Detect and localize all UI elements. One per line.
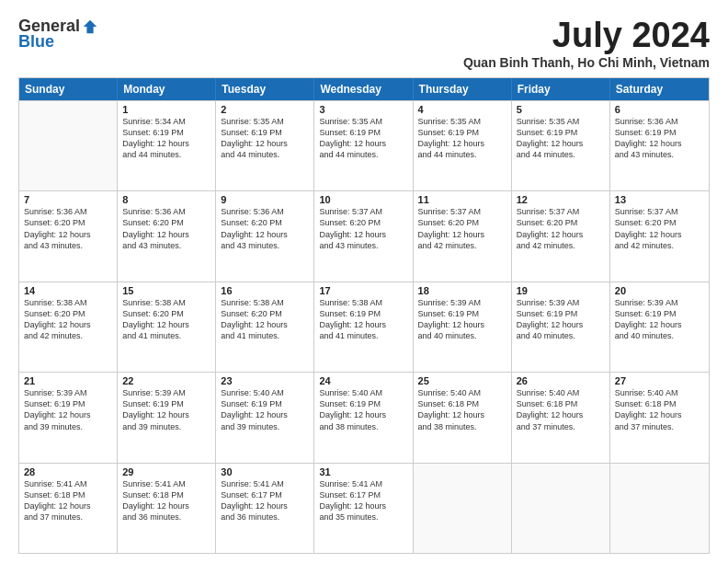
logo-icon [82, 18, 98, 35]
calendar-cell [512, 464, 610, 553]
header-day-tuesday: Tuesday [216, 78, 314, 100]
calendar-cell: 24Sunrise: 5:40 AMSunset: 6:19 PMDayligh… [314, 373, 413, 462]
day-number: 22 [122, 375, 210, 386]
sun-info: Sunrise: 5:41 AMSunset: 6:17 PMDaylight:… [319, 478, 407, 523]
calendar-body: 1Sunrise: 5:34 AMSunset: 6:19 PMDaylight… [19, 100, 709, 553]
sun-info: Sunrise: 5:37 AMSunset: 6:20 PMDaylight:… [319, 206, 407, 251]
calendar-cell: 8Sunrise: 5:36 AMSunset: 6:20 PMDaylight… [118, 191, 216, 281]
sun-info: Sunrise: 5:39 AMSunset: 6:19 PMDaylight:… [122, 387, 210, 432]
calendar-week-4: 21Sunrise: 5:39 AMSunset: 6:19 PMDayligh… [19, 372, 709, 462]
header-day-thursday: Thursday [414, 78, 512, 100]
calendar-cell: 29Sunrise: 5:41 AMSunset: 6:18 PMDayligh… [118, 464, 216, 553]
sun-info: Sunrise: 5:35 AMSunset: 6:19 PMDaylight:… [221, 116, 309, 161]
calendar-header: SundayMondayTuesdayWednesdayThursdayFrid… [19, 78, 709, 100]
calendar-cell: 11Sunrise: 5:37 AMSunset: 6:20 PMDayligh… [414, 191, 512, 281]
sun-info: Sunrise: 5:37 AMSunset: 6:20 PMDaylight:… [517, 206, 605, 251]
calendar-week-3: 14Sunrise: 5:38 AMSunset: 6:20 PMDayligh… [19, 282, 709, 372]
day-number: 7 [24, 194, 112, 205]
calendar-cell: 15Sunrise: 5:38 AMSunset: 6:20 PMDayligh… [118, 282, 216, 372]
calendar-cell: 1Sunrise: 5:34 AMSunset: 6:19 PMDaylight… [118, 101, 216, 190]
day-number: 21 [24, 375, 112, 386]
day-number: 4 [418, 104, 506, 115]
day-number: 20 [615, 285, 704, 296]
day-number: 8 [122, 194, 210, 205]
calendar-cell: 31Sunrise: 5:41 AMSunset: 6:17 PMDayligh… [314, 464, 413, 553]
day-number: 2 [221, 104, 309, 115]
calendar-cell: 22Sunrise: 5:39 AMSunset: 6:19 PMDayligh… [118, 373, 216, 462]
calendar-cell: 16Sunrise: 5:38 AMSunset: 6:20 PMDayligh… [216, 282, 314, 372]
sun-info: Sunrise: 5:34 AMSunset: 6:19 PMDaylight:… [122, 116, 210, 161]
calendar-cell: 20Sunrise: 5:39 AMSunset: 6:19 PMDayligh… [610, 282, 709, 372]
svg-marker-0 [84, 19, 97, 32]
calendar-cell: 25Sunrise: 5:40 AMSunset: 6:18 PMDayligh… [414, 373, 512, 462]
day-number: 18 [418, 285, 506, 296]
sun-info: Sunrise: 5:37 AMSunset: 6:20 PMDaylight:… [418, 206, 506, 251]
sun-info: Sunrise: 5:35 AMSunset: 6:19 PMDaylight:… [418, 116, 506, 161]
calendar-cell: 21Sunrise: 5:39 AMSunset: 6:19 PMDayligh… [19, 373, 118, 462]
calendar-week-1: 1Sunrise: 5:34 AMSunset: 6:19 PMDaylight… [19, 100, 709, 190]
day-number: 17 [319, 285, 407, 296]
calendar-cell: 10Sunrise: 5:37 AMSunset: 6:20 PMDayligh… [314, 191, 413, 281]
day-number: 12 [517, 194, 605, 205]
day-number: 15 [122, 285, 210, 296]
calendar-cell: 12Sunrise: 5:37 AMSunset: 6:20 PMDayligh… [512, 191, 610, 281]
day-number: 14 [24, 285, 112, 296]
calendar-cell: 9Sunrise: 5:36 AMSunset: 6:20 PMDaylight… [216, 191, 314, 281]
location: Quan Binh Thanh, Ho Chi Minh, Vietnam [463, 55, 710, 70]
day-number: 5 [517, 104, 605, 115]
day-number: 13 [615, 194, 704, 205]
sun-info: Sunrise: 5:36 AMSunset: 6:20 PMDaylight:… [122, 206, 210, 251]
sun-info: Sunrise: 5:38 AMSunset: 6:20 PMDaylight:… [24, 297, 112, 342]
sun-info: Sunrise: 5:41 AMSunset: 6:17 PMDaylight:… [221, 478, 309, 523]
sun-info: Sunrise: 5:38 AMSunset: 6:20 PMDaylight:… [122, 297, 210, 342]
sun-info: Sunrise: 5:36 AMSunset: 6:20 PMDaylight:… [24, 206, 112, 251]
sun-info: Sunrise: 5:38 AMSunset: 6:20 PMDaylight:… [221, 297, 309, 342]
calendar-cell: 19Sunrise: 5:39 AMSunset: 6:19 PMDayligh… [512, 282, 610, 372]
sun-info: Sunrise: 5:40 AMSunset: 6:18 PMDaylight:… [418, 387, 506, 432]
day-number: 23 [221, 375, 309, 386]
header-day-wednesday: Wednesday [314, 78, 413, 100]
calendar-cell: 28Sunrise: 5:41 AMSunset: 6:18 PMDayligh… [19, 464, 118, 553]
calendar-cell: 4Sunrise: 5:35 AMSunset: 6:19 PMDaylight… [414, 101, 512, 190]
calendar-cell: 26Sunrise: 5:40 AMSunset: 6:18 PMDayligh… [512, 373, 610, 462]
calendar-cell: 18Sunrise: 5:39 AMSunset: 6:19 PMDayligh… [414, 282, 512, 372]
day-number: 9 [221, 194, 309, 205]
header: General Blue July 2024 Quan Binh Thanh, … [18, 17, 710, 70]
calendar-cell: 17Sunrise: 5:38 AMSunset: 6:19 PMDayligh… [314, 282, 413, 372]
day-number: 1 [122, 104, 210, 115]
day-number: 26 [517, 375, 605, 386]
calendar-cell [414, 464, 512, 553]
month-title: July 2024 [463, 17, 710, 55]
header-day-monday: Monday [118, 78, 216, 100]
calendar-cell: 3Sunrise: 5:35 AMSunset: 6:19 PMDaylight… [314, 101, 413, 190]
header-day-sunday: Sunday [19, 78, 118, 100]
calendar-cell: 27Sunrise: 5:40 AMSunset: 6:18 PMDayligh… [610, 373, 709, 462]
sun-info: Sunrise: 5:39 AMSunset: 6:19 PMDaylight:… [517, 297, 605, 342]
sun-info: Sunrise: 5:36 AMSunset: 6:19 PMDaylight:… [615, 116, 704, 161]
day-number: 19 [517, 285, 605, 296]
logo: General Blue [18, 17, 98, 52]
day-number: 25 [418, 375, 506, 386]
sun-info: Sunrise: 5:36 AMSunset: 6:20 PMDaylight:… [221, 206, 309, 251]
day-number: 11 [418, 194, 506, 205]
sun-info: Sunrise: 5:39 AMSunset: 6:19 PMDaylight:… [615, 297, 704, 342]
calendar-cell: 23Sunrise: 5:40 AMSunset: 6:19 PMDayligh… [216, 373, 314, 462]
sun-info: Sunrise: 5:35 AMSunset: 6:19 PMDaylight:… [319, 116, 407, 161]
sun-info: Sunrise: 5:41 AMSunset: 6:18 PMDaylight:… [24, 478, 112, 523]
day-number: 27 [615, 375, 704, 386]
day-number: 28 [24, 466, 112, 477]
sun-info: Sunrise: 5:37 AMSunset: 6:20 PMDaylight:… [615, 206, 704, 251]
calendar-cell: 13Sunrise: 5:37 AMSunset: 6:20 PMDayligh… [610, 191, 709, 281]
page: General Blue July 2024 Quan Binh Thanh, … [0, 0, 728, 563]
calendar-cell [610, 464, 709, 553]
calendar-cell: 2Sunrise: 5:35 AMSunset: 6:19 PMDaylight… [216, 101, 314, 190]
calendar-week-5: 28Sunrise: 5:41 AMSunset: 6:18 PMDayligh… [19, 463, 709, 553]
day-number: 3 [319, 104, 407, 115]
header-day-friday: Friday [512, 78, 610, 100]
sun-info: Sunrise: 5:38 AMSunset: 6:19 PMDaylight:… [319, 297, 407, 342]
calendar-cell: 14Sunrise: 5:38 AMSunset: 6:20 PMDayligh… [19, 282, 118, 372]
sun-info: Sunrise: 5:40 AMSunset: 6:19 PMDaylight:… [319, 387, 407, 432]
day-number: 16 [221, 285, 309, 296]
calendar-week-2: 7Sunrise: 5:36 AMSunset: 6:20 PMDaylight… [19, 190, 709, 281]
logo-blue-text: Blue [18, 32, 54, 52]
